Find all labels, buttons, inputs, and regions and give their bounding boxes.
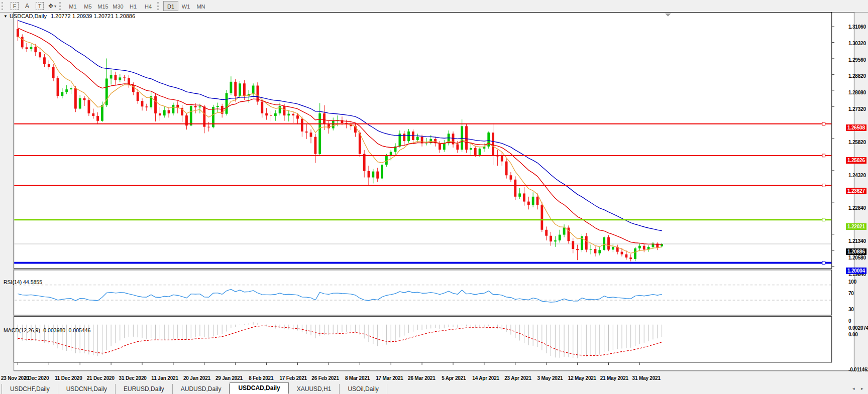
price-line-label: 1.26508 (846, 124, 866, 131)
toolbar-grip[interactable] (2, 2, 5, 10)
price-tick-label: 1.28820 (848, 73, 866, 79)
line-handle[interactable] (822, 184, 825, 187)
macd-tick-label: 0.002074 (848, 325, 868, 331)
toolbar-grip-2[interactable] (59, 2, 63, 10)
macd-label: MACD(12,26,9) -0.003980 -0.005446 (4, 327, 90, 333)
tab-xauusd-h1[interactable]: XAUUSD,H1 (289, 384, 340, 394)
rsi-tick-label: 0 (848, 318, 851, 324)
text-label-icon: A (25, 3, 29, 10)
line-handle[interactable] (822, 218, 825, 221)
price-tick-label: 1.27320 (848, 106, 866, 112)
toolbar-grip-3[interactable] (157, 2, 161, 10)
chart-tab-bar: USDCHF,DailyUSDCNH,DailyEURUSD,DailyAUDU… (0, 383, 868, 394)
timeframe-button-m5[interactable]: M5 (80, 1, 95, 11)
rsi-tick-label: 100 (848, 279, 856, 285)
chart-f-icon[interactable]: F (8, 1, 22, 11)
timeframe-button-mn[interactable]: MN (193, 1, 208, 11)
line-handle[interactable] (822, 154, 825, 157)
chart-title: ▼USDCAD,Daily1.20772 1.20939 1.20721 1.2… (4, 13, 135, 19)
toolbar: FAT✥▾ M1M5M15M30H1H4D1W1MN (0, 0, 868, 13)
price-line-label: 1.25026 (846, 157, 866, 164)
line-handle[interactable] (822, 122, 825, 125)
timeframe-button-m15[interactable]: M15 (95, 1, 111, 11)
price-chart[interactable] (0, 12, 868, 383)
macd-tick-label: -0.011462 (848, 367, 868, 373)
timeframe-button-m1[interactable]: M1 (65, 1, 80, 11)
rsi-tick-label: 30 (848, 307, 854, 313)
tabs-scroll-left-icon[interactable]: ◂ (852, 386, 855, 391)
mt4-window: FAT✥▾ M1M5M15M30H1H4D1W1MN ▼USDCAD,Daily… (0, 0, 868, 394)
timeframe-button-h4[interactable]: H4 (141, 1, 156, 11)
price-line-label: 1.20886 (846, 248, 866, 255)
timeframe-button-d1[interactable]: D1 (163, 1, 178, 11)
rsi-label: RSI(14) 44.5855 (4, 279, 42, 285)
pointer-style-icon[interactable]: ✥▾ (47, 1, 58, 11)
tab-usdcnh-daily[interactable]: USDCNH,Daily (58, 384, 116, 394)
tab-usdcad-daily[interactable]: USDCAD,Daily (230, 382, 288, 394)
price-tick-label: 1.20580 (848, 255, 866, 261)
chart-f-icon: F (11, 2, 19, 10)
timeframe-button-m30[interactable]: M30 (111, 1, 126, 11)
text-label-icon[interactable]: A (22, 1, 33, 11)
tab-usdchf-daily[interactable]: USDCHF,Daily (2, 384, 58, 394)
tabs-scroll-right-icon[interactable]: ▸ (861, 386, 863, 391)
date-label: 31 May 2021 (626, 375, 667, 381)
chart-ohlc-values: 1.20772 1.20939 1.20721 1.20886 (51, 13, 135, 19)
macd-tick-label: 0.00 (848, 332, 858, 338)
price-tick-label: 1.29560 (848, 57, 866, 63)
chart-dropdown-icon[interactable]: ▼ (4, 14, 8, 19)
line-handle[interactable] (822, 261, 825, 265)
price-tick-label: 1.25820 (848, 140, 866, 146)
chart-symbol-period: USDCAD,Daily (10, 13, 47, 19)
price-line-label: 1.23627 (846, 188, 866, 194)
pointer-style-icon: ✥ (48, 3, 53, 10)
price-tick-label: 1.21340 (848, 238, 866, 244)
price-tick-label: 1.30320 (848, 41, 866, 47)
text-tool-icon[interactable]: T (33, 1, 47, 11)
price-tick-label: 1.24320 (848, 173, 866, 179)
timeframe-button-h1[interactable]: H1 (126, 1, 141, 11)
price-tick-label: 1.22840 (848, 205, 866, 211)
price-line-label: 1.22021 (846, 223, 866, 230)
chart-panel[interactable] (14, 270, 832, 315)
text-tool-icon: T (36, 2, 44, 10)
price-tick-label: 1.31060 (848, 24, 866, 30)
rsi-tick-label: 70 (848, 291, 854, 297)
price-line-label: 1.20004 (846, 268, 866, 274)
chevron-down-icon: ▾ (54, 4, 56, 9)
timeframe-button-w1[interactable]: W1 (178, 1, 193, 11)
price-tick-label: 1.28080 (848, 90, 866, 96)
tab-audusd-daily[interactable]: AUDUSD,Daily (173, 384, 230, 394)
tab-eurusd-daily[interactable]: EURUSD,Daily (116, 384, 173, 394)
tab-usoil-daily[interactable]: USOil,Daily (340, 384, 387, 394)
chart-panel[interactable] (14, 317, 832, 362)
